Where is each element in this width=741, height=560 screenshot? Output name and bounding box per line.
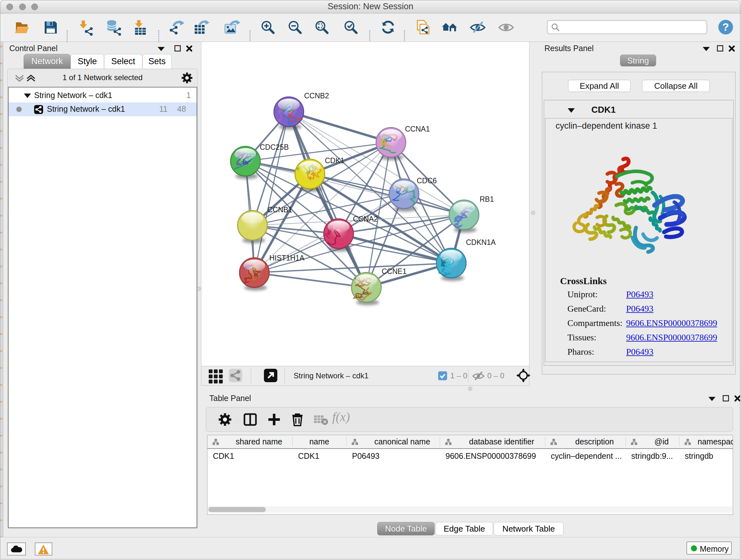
svg-text:CDC25B: CDC25B [260,143,289,151]
svg-text:CCNB1: CCNB1 [267,206,292,214]
svg-text:CCNA1: CCNA1 [405,125,430,133]
svg-text:CDKN1A: CDKN1A [466,238,496,246]
svg-text:?: ? [723,21,729,33]
svg-text:CCNA2: CCNA2 [353,215,378,223]
svg-text:RB1: RB1 [480,195,494,203]
svg-text:CDK1: CDK1 [325,157,344,165]
svg-text:CCNE1: CCNE1 [382,267,407,275]
svg-text:HIST1H1A: HIST1H1A [269,254,305,262]
svg-text:CDC6: CDC6 [417,177,437,185]
svg-text:CCNB2: CCNB2 [304,91,329,100]
